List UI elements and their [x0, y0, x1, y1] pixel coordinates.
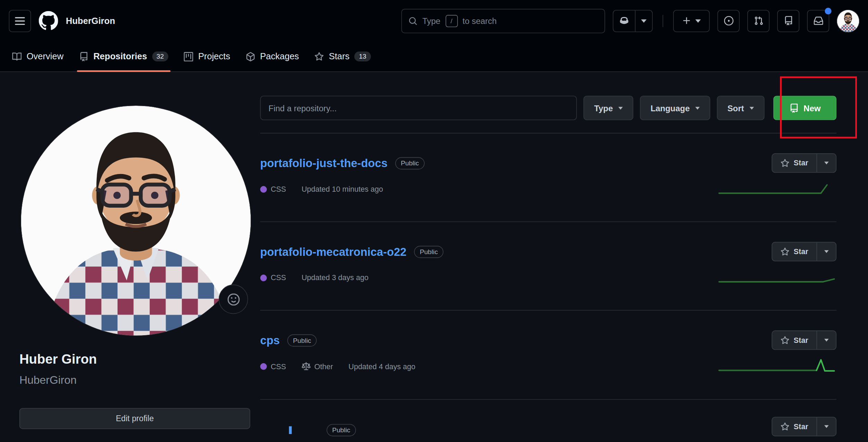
smiley-icon — [227, 293, 240, 305]
chevron-down-icon — [695, 106, 700, 109]
hamburger-menu-button[interactable] — [9, 10, 31, 32]
star-dropdown-caret[interactable] — [817, 417, 836, 436]
language-filter-label: Language — [651, 103, 690, 113]
plus-icon — [682, 16, 691, 25]
repositories-main: Type Language Sort New — [260, 72, 836, 442]
repo-filter-bar: Type Language Sort New — [260, 96, 836, 120]
star-button[interactable]: Star — [772, 153, 836, 173]
activity-sparkline — [718, 358, 835, 373]
repo-updated-text: Updated 4 days ago — [348, 362, 415, 371]
sort-filter-label: Sort — [727, 103, 744, 113]
tab-projects[interactable]: Projects — [176, 42, 238, 71]
repo-updated-text: Updated 3 days ago — [302, 274, 368, 282]
chevron-down-icon — [618, 106, 623, 109]
repo-row: portafolio-just-the-docs Public CSS Upda… — [260, 133, 836, 222]
chevron-down-icon — [824, 425, 829, 428]
repo-language: CSS — [260, 185, 286, 193]
repo-icon — [789, 103, 799, 113]
set-status-button[interactable] — [219, 285, 248, 314]
repositories-count-badge: 32 — [152, 52, 168, 62]
user-avatar-large[interactable] — [21, 106, 251, 336]
type-filter-label: Type — [594, 103, 613, 113]
profile-name: Huber Giron — [19, 352, 97, 367]
law-icon — [302, 362, 311, 371]
header-context-title[interactable]: HuberGiron — [66, 16, 115, 26]
star-icon — [314, 52, 324, 61]
search-icon — [409, 16, 418, 25]
header-divider — [663, 15, 663, 27]
star-dropdown-caret[interactable] — [817, 331, 836, 349]
unread-notification-dot — [825, 8, 831, 14]
create-new-button[interactable] — [673, 10, 710, 32]
tab-label: Repositories — [93, 52, 147, 62]
repo-icon — [79, 52, 88, 61]
project-icon — [184, 52, 193, 61]
chevron-down-icon — [695, 19, 701, 23]
clipped-repo-name — [289, 426, 292, 434]
star-button[interactable]: Star — [772, 242, 836, 261]
repo-link[interactable]: cps — [260, 334, 280, 347]
repositories-panel-button[interactable] — [777, 10, 799, 32]
star-icon — [780, 159, 789, 168]
activity-sparkline — [718, 270, 835, 284]
repo-language: CSS — [260, 274, 286, 282]
search-placeholder-suffix: to search — [462, 16, 497, 25]
slash-key-hint: / — [445, 15, 458, 27]
type-filter-button[interactable]: Type — [584, 96, 634, 120]
find-repository-input[interactable] — [260, 96, 577, 120]
star-dropdown-caret[interactable] — [817, 154, 836, 172]
star-button[interactable]: Star — [772, 330, 836, 350]
book-icon — [12, 52, 21, 61]
repo-list: portafolio-just-the-docs Public CSS Upda… — [260, 133, 836, 430]
tab-label: Packages — [260, 52, 299, 62]
new-repository-label: New — [804, 103, 821, 113]
github-profile-repositories-page: HuberGiron Type / to search — [0, 0, 868, 442]
star-button[interactable]: Star — [772, 417, 836, 436]
chevron-down-icon — [824, 162, 829, 164]
repo-row: cps Public CSS Other Updated 4 days ago … — [260, 311, 836, 400]
git-pull-request-icon — [754, 16, 763, 25]
profile-login: HuberGiron — [19, 374, 77, 387]
stars-count-badge: 13 — [355, 52, 371, 62]
language-filter-button[interactable]: Language — [640, 96, 710, 120]
repo-icon — [783, 16, 793, 25]
visibility-badge: Public — [414, 246, 443, 258]
user-avatar-small[interactable] — [837, 10, 859, 32]
star-icon — [780, 247, 789, 256]
chevron-down-icon — [641, 19, 646, 23]
star-icon — [780, 422, 789, 431]
star-dropdown-caret[interactable] — [817, 242, 836, 261]
chevron-down-icon — [749, 106, 754, 109]
tab-label: Projects — [198, 52, 230, 62]
page-content: Huber Giron HuberGiron Edit profile Type… — [0, 72, 868, 442]
tab-packages[interactable]: Packages — [238, 42, 306, 71]
tab-repositories[interactable]: Repositories 32 — [71, 42, 176, 71]
issues-button[interactable] — [718, 10, 740, 32]
tab-overview[interactable]: Overview — [5, 42, 71, 71]
github-logo-icon[interactable] — [39, 11, 58, 31]
tab-stars[interactable]: Stars 13 — [307, 42, 379, 71]
visibility-badge: Public — [327, 424, 356, 436]
sort-filter-button[interactable]: Sort — [717, 96, 764, 120]
pull-requests-button[interactable] — [747, 10, 770, 32]
tab-label: Overview — [27, 52, 63, 62]
new-repository-button[interactable]: New — [773, 96, 836, 120]
repo-link[interactable]: portafolio-mecatronica-o22 — [260, 245, 407, 258]
activity-sparkline — [718, 181, 835, 196]
star-icon — [780, 336, 789, 345]
notifications-button[interactable] — [807, 10, 829, 32]
repo-row: portafolio-mecatronica-o22 Public CSS Up… — [260, 222, 836, 311]
copilot-icon[interactable] — [613, 10, 635, 32]
visibility-badge: Public — [395, 157, 424, 170]
profile-sidebar: Huber Giron HuberGiron Edit profile — [0, 72, 260, 442]
repo-language: CSS — [260, 362, 286, 371]
global-search-input[interactable]: Type / to search — [401, 9, 605, 33]
global-header: HuberGiron Type / to search — [0, 0, 868, 42]
copilot-dropdown-caret[interactable] — [635, 10, 652, 32]
copilot-button[interactable] — [613, 10, 653, 32]
edit-profile-button[interactable]: Edit profile — [19, 408, 250, 429]
repo-link[interactable]: portafolio-just-the-docs — [260, 157, 388, 170]
language-color-dot — [260, 274, 267, 281]
repo-license: Other — [302, 362, 333, 371]
profile-tab-nav: Overview Repositories 32 Projects Packag… — [0, 42, 868, 72]
